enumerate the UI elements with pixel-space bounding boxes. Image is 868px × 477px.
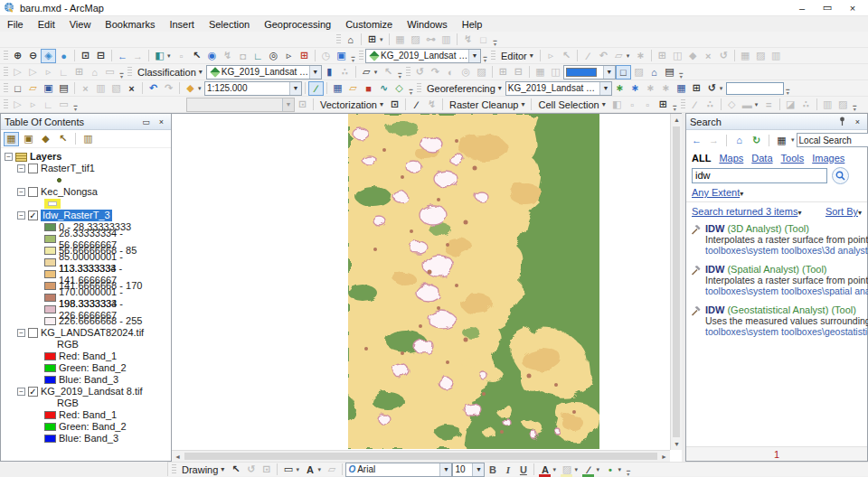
close-icon[interactable]: × <box>846 2 859 14</box>
search-close-icon[interactable]: × <box>852 116 863 127</box>
legend-chip[interactable] <box>44 317 56 325</box>
topology-modify-icon[interactable] <box>408 33 423 47</box>
cut-polygon-icon[interactable] <box>701 49 716 63</box>
legend-class-row[interactable]: 28.33333334 - 56.66666667 <box>44 233 171 245</box>
menu-insert[interactable]: Insert <box>169 19 194 30</box>
font-family-combo[interactable]: O Arial ▼ <box>345 463 452 477</box>
bold-button[interactable]: B <box>485 463 500 477</box>
toolbar-overflow-icon[interactable] <box>677 65 685 80</box>
result-path-link[interactable]: toolboxes\system toolboxes\geostatistica… <box>705 326 868 337</box>
legend-chip[interactable] <box>44 235 56 243</box>
legend-chip[interactable] <box>44 305 56 313</box>
layer-kg-2019-landsat8[interactable]: KG_2019_Landsat 8.tif <box>41 386 143 398</box>
expander-icon[interactable] <box>5 153 13 161</box>
expander-icon[interactable] <box>17 388 25 396</box>
find-route-icon[interactable] <box>281 49 297 63</box>
georeferencing-menu-button[interactable]: Georeferencing <box>423 81 505 96</box>
search-returned-dropdown[interactable]: Search returned 3 items <box>692 206 801 217</box>
list-by-drawing-order-icon[interactable] <box>4 132 19 146</box>
layer-rastert-tif1[interactable]: RasterT_tif1 <box>41 163 95 174</box>
raster-cleanup-menu-button[interactable]: Raster Cleanup <box>446 98 528 112</box>
layer-kg-landsat82024[interactable]: KG_LANDSAT82024.tif <box>41 327 144 339</box>
edit-tool-icon[interactable] <box>543 49 559 63</box>
band-chip[interactable] <box>44 411 56 419</box>
tab-maps[interactable]: Maps <box>719 153 743 164</box>
toolbar-overflow-icon[interactable] <box>784 81 792 96</box>
magnify-cells-icon[interactable] <box>656 98 671 112</box>
menu-windows[interactable]: Windows <box>407 19 448 30</box>
band-chip[interactable] <box>44 435 56 443</box>
search-forward-icon[interactable] <box>706 133 722 147</box>
new-template-icon[interactable] <box>616 65 631 80</box>
legend-class-row[interactable]: 113.3333334 - 141.6666667 <box>44 268 171 280</box>
fixed-zoom-in-icon[interactable] <box>78 49 93 63</box>
create-arc-icon[interactable] <box>596 49 611 63</box>
text-tool-icon[interactable] <box>302 463 317 477</box>
forward-extent-icon[interactable] <box>130 49 146 63</box>
rotate-element-icon[interactable] <box>243 463 259 477</box>
tab-data[interactable]: Data <box>751 153 772 164</box>
toolbar-overflow-icon[interactable] <box>349 49 357 63</box>
refresh-index-icon[interactable] <box>749 133 764 147</box>
editor-toolbar-toggle-icon[interactable] <box>308 81 324 96</box>
map-horizontal-scrollbar[interactable]: ◄ ► <box>172 450 670 462</box>
expander-icon[interactable] <box>17 211 25 220</box>
legend-chip[interactable] <box>44 282 56 290</box>
generate-features-icon[interactable] <box>424 98 439 112</box>
search-home-icon[interactable] <box>731 133 747 147</box>
map-view[interactable]: ▲ ▼ ◄ ► <box>172 113 682 462</box>
select-sample-icon[interactable] <box>381 65 396 80</box>
zoom-to-selected-icon[interactable] <box>259 463 274 477</box>
search-button[interactable] <box>832 167 849 184</box>
save-icon[interactable] <box>41 81 56 96</box>
toolbar-overflow-icon[interactable] <box>851 98 859 112</box>
draw-polygon-icon[interactable] <box>359 65 374 80</box>
menu-view[interactable]: View <box>70 19 91 30</box>
expander-icon[interactable] <box>17 188 25 196</box>
topology-edit-tool-icon[interactable] <box>392 33 408 47</box>
tab-all[interactable]: ALL <box>692 153 711 164</box>
maximize-icon[interactable]: ▭ <box>821 2 834 14</box>
create-line-icon[interactable] <box>580 49 596 63</box>
legend-chip[interactable] <box>44 223 56 231</box>
list-by-visibility-icon[interactable] <box>38 132 53 146</box>
tab-tools[interactable]: Tools <box>781 153 805 164</box>
result-tool-link[interactable]: IDW <box>705 264 724 275</box>
tab-images[interactable]: Images <box>812 153 844 164</box>
scatterplot-icon[interactable] <box>337 65 353 80</box>
map-scale-combo[interactable]: 1:125.000 ▼ <box>204 81 302 96</box>
scroll-thumb[interactable] <box>184 453 657 460</box>
eraser-icon[interactable] <box>835 98 851 112</box>
split-tool-icon[interactable] <box>655 49 670 63</box>
layer-idw-rastert-3[interactable]: Idw_RasterT_3 <box>41 210 112 221</box>
fixed-zoom-out-icon[interactable] <box>93 49 108 63</box>
toolbar-overflow-icon[interactable] <box>491 33 499 47</box>
classification-layer-combo[interactable]: KG_2019_Landsat 8.tif ▼ <box>206 65 322 80</box>
cell-selection-menu-button[interactable]: Cell Selection <box>534 98 609 112</box>
vectorization-menu-button[interactable]: Vectorization <box>316 98 387 112</box>
record-icon[interactable] <box>25 65 41 80</box>
vectorization-layer-combo[interactable]: ▼ <box>186 98 295 112</box>
zoom-raster-icon[interactable] <box>495 65 511 80</box>
scroll-thumb[interactable] <box>673 126 680 437</box>
python-window-icon[interactable] <box>376 81 392 96</box>
raster-painting-icon[interactable] <box>409 98 424 112</box>
search-result-item[interactable]: IDW (Spatial Analyst) (Tool) Interpolate… <box>690 264 865 296</box>
layer-checkbox[interactable] <box>28 187 38 197</box>
map-vertical-scrollbar[interactable]: ▲ ▼ <box>670 114 682 450</box>
highlight-color-icon[interactable] <box>559 463 574 477</box>
toc-float-icon[interactable]: ▭ <box>140 116 152 127</box>
open-icon[interactable] <box>25 81 41 96</box>
toolbar-overflow-icon[interactable] <box>481 49 489 63</box>
classification-menu-button[interactable]: Classification <box>134 65 206 80</box>
marker-color-icon[interactable] <box>602 463 618 477</box>
legend-chip[interactable] <box>44 258 56 267</box>
create-polygon-icon[interactable] <box>611 49 627 63</box>
representation-draw-icon[interactable] <box>687 98 703 112</box>
export-icon[interactable] <box>662 65 677 80</box>
menu-edit[interactable]: Edit <box>38 19 55 30</box>
pixel-grid-icon[interactable] <box>533 65 548 80</box>
any-extent-dropdown[interactable]: Any Extent <box>692 187 743 198</box>
georeferencing-layer-combo[interactable]: KG_2019_Landsat 8.tif ▼ <box>505 81 612 96</box>
cut-icon[interactable] <box>78 81 93 96</box>
